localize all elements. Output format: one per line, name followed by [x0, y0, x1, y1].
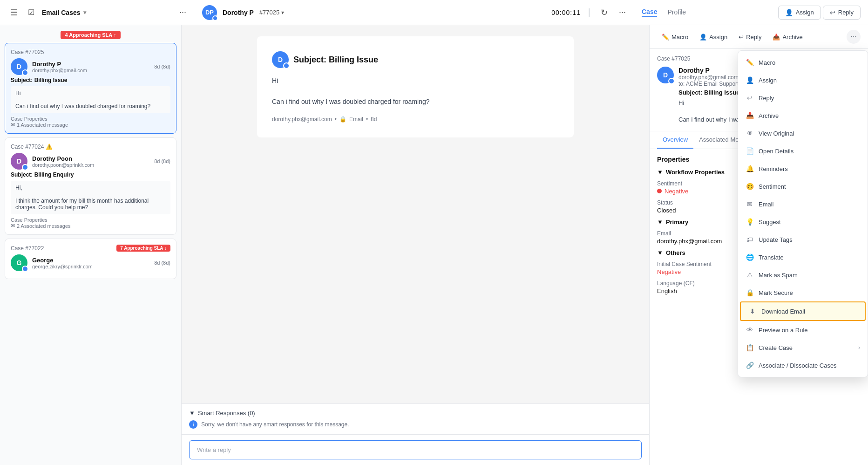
hamburger-menu-button[interactable]: ☰: [7, 5, 20, 21]
sidebar-reply-icon: ↩: [739, 34, 744, 41]
dropdown-create-case[interactable]: 📋 Create Case ›: [738, 339, 868, 356]
macro-button[interactable]: ✏️ Macro: [657, 31, 693, 43]
dropdown-archive[interactable]: 📥 Archive: [738, 107, 868, 124]
chevron-down-icon: ▼: [189, 410, 195, 417]
email-header-row: D Subject: Billing Issue: [272, 51, 559, 68]
dropdown-reminders-label: Reminders: [759, 165, 860, 172]
smart-response-text: Sorry, we don't have any smart responses…: [201, 421, 349, 428]
user-info-77024: Dorothy Poon dorothy.poon@sprinklr.com: [32, 155, 149, 168]
case-number-77024: Case #77024 ⚠️: [11, 144, 53, 150]
email-body: Hi Can i find out why I was doubled char…: [272, 75, 559, 107]
avatar-77025: D: [11, 58, 27, 75]
case-item-77022[interactable]: Case #77022 7 Approaching SLA ↓ G George…: [5, 239, 176, 279]
dropdown-preview-rule[interactable]: 👁 Preview on a Rule: [738, 321, 868, 339]
case-item-77025-header: Case #77025: [11, 49, 170, 55]
checkbox-button[interactable]: ☑: [25, 5, 37, 20]
dropdown-open-details[interactable]: 📄 Open Details: [738, 142, 868, 160]
contact-name: Dorothy P: [223, 9, 254, 16]
email-sender-avatar: D: [272, 51, 289, 68]
dropdown-menu: ✏️ Macro 👤 Assign ↩ Reply 📥 Archive 👁 Vi…: [738, 50, 868, 377]
dropdown-update-tags[interactable]: 🏷 Update Tags: [738, 231, 868, 248]
case-number-77022: Case #77022: [11, 245, 44, 252]
top-bar-left: ☰ ☑ Email Cases ▾ ···: [7, 5, 189, 21]
email-body-text: Can i find out why I was doubled charged…: [272, 96, 559, 107]
dropdown-macro[interactable]: ✏️ Macro: [738, 54, 868, 71]
tab-overview[interactable]: Overview: [657, 131, 693, 149]
case-item-77024[interactable]: Case #77024 ⚠️ D Dorothy Poon dorothy.po…: [5, 137, 176, 235]
dropdown-translate[interactable]: 🌐 Translate: [738, 248, 868, 266]
user-info-77022: George george.zikry@sprinklr.com: [32, 257, 149, 269]
top-bar-right: Case Profile 👤 Assign ↩ Reply: [642, 6, 861, 20]
case-user-row-77025: D Dorothy P dorothy.phx@gmail.com 8d (8d…: [11, 58, 170, 75]
dropdown-download-email[interactable]: ⬇ Download Email: [740, 301, 866, 321]
dropdown-suggest[interactable]: 💡 Suggest: [738, 213, 868, 231]
dropdown-mark-secure[interactable]: 🔒 Mark Secure: [738, 284, 868, 301]
user-email-77022: george.zikry@sprinklr.com: [32, 264, 149, 269]
email-content: D Subject: Billing Issue Hi Can i find o…: [182, 25, 649, 403]
sidebar-more-button[interactable]: ···: [847, 30, 861, 44]
case-number-77025: Case #77025: [11, 49, 44, 55]
time-77022: 8d (8d): [154, 260, 170, 266]
associate-icon: 🔗: [746, 361, 754, 369]
app-more-button[interactable]: ···: [176, 5, 189, 20]
time-ago: 8d: [371, 116, 377, 123]
dropdown-reply[interactable]: ↩ Reply: [738, 89, 868, 107]
dropdown-assign[interactable]: 👤 Assign: [738, 71, 868, 89]
macro-dropdown-icon: ✏️: [746, 58, 754, 67]
dropdown-mark-spam[interactable]: ⚠ Mark as Spam: [738, 266, 868, 284]
dropdown-create-case-label: Create Case: [759, 344, 854, 351]
email-greeting: Hi: [272, 75, 559, 86]
mark-spam-icon: ⚠: [746, 271, 754, 279]
email-card: D Subject: Billing Issue Hi Can i find o…: [257, 36, 574, 137]
refresh-button[interactable]: ↻: [598, 5, 610, 21]
case-footer-77025: Case Properties ✉ 1 Associated message: [11, 116, 170, 128]
mark-secure-icon: 🔒: [746, 288, 754, 297]
user-name-77025: Dorothy P: [32, 61, 149, 68]
dropdown-mark-secure-label: Mark Secure: [759, 289, 860, 296]
user-info-77025: Dorothy P dorothy.phx@gmail.com: [32, 61, 149, 73]
dropdown-email-label: Email: [759, 201, 860, 208]
reminders-icon: 🔔: [746, 164, 754, 173]
sidebar-assign-button[interactable]: 👤 Assign: [695, 31, 732, 43]
assign-button[interactable]: 👤 Assign: [778, 6, 821, 20]
app-title: Email Cases ▾: [42, 9, 86, 16]
case-item-77025[interactable]: Case #77025 D Dorothy P dorothy.phx@gmai…: [5, 43, 176, 134]
dropdown-archive-label: Archive: [759, 112, 860, 119]
time-77025: 8d (8d): [154, 64, 170, 69]
subject-77025: Subject: Billing Issue: [11, 77, 170, 83]
archive-icon: 📥: [773, 34, 780, 41]
sidebar-reply-button[interactable]: ↩ Reply: [734, 31, 766, 43]
case-id-badge[interactable]: #77025 ▾: [259, 9, 284, 16]
dropdown-email[interactable]: ✉ Email: [738, 195, 868, 213]
user-email-77024: dorothy.poon@sprinklr.com: [32, 162, 149, 168]
dropdown-assign-label: Assign: [759, 77, 860, 84]
contact-avatar: DP: [202, 5, 217, 20]
assign-dropdown-icon: 👤: [746, 76, 754, 84]
suggest-icon: 💡: [746, 218, 754, 226]
create-case-icon: 📋: [746, 343, 754, 352]
options-button[interactable]: ···: [616, 5, 629, 20]
smart-responses-label: Smart Responses (0): [198, 410, 255, 417]
dropdown-associate-label: Associate / Dissociate Cases: [759, 362, 860, 369]
reply-input[interactable]: Write a reply: [189, 440, 642, 459]
preview-77024: Hi, I think the amount for my bill this …: [11, 181, 170, 214]
email-meta: dorothy.phx@gmail.com • 🔒 Email • 8d: [272, 116, 559, 123]
dropdown-view-original[interactable]: 👁 View Original: [738, 124, 868, 142]
email-view: D Subject: Billing Issue Hi Can i find o…: [182, 25, 649, 465]
tab-profile[interactable]: Profile: [667, 8, 686, 17]
avatar-badge-77024: [22, 164, 28, 171]
message-icon-77024: ✉: [11, 223, 15, 229]
archive-button[interactable]: 📥 Archive: [768, 31, 807, 43]
case-item-77024-header: Case #77024 ⚠️: [11, 144, 170, 150]
dropdown-reminders[interactable]: 🔔 Reminders: [738, 160, 868, 178]
smart-responses-panel: ▼ Smart Responses (0) i Sorry, we don't …: [182, 403, 649, 434]
reply-button[interactable]: ↩ Reply: [823, 6, 861, 20]
sentiment-dropdown-icon: 😊: [746, 182, 754, 191]
tab-case[interactable]: Case: [642, 8, 657, 17]
smart-responses-header[interactable]: ▼ Smart Responses (0): [189, 410, 642, 417]
dropdown-associate-dissociate[interactable]: 🔗 Associate / Dissociate Cases: [738, 356, 868, 374]
preview-rule-icon: 👁: [746, 326, 754, 334]
primary-chevron-icon: ▼: [657, 219, 663, 226]
dropdown-sentiment[interactable]: 😊 Sentiment: [738, 178, 868, 195]
email-subject: Subject: Billing Issue: [293, 55, 378, 65]
